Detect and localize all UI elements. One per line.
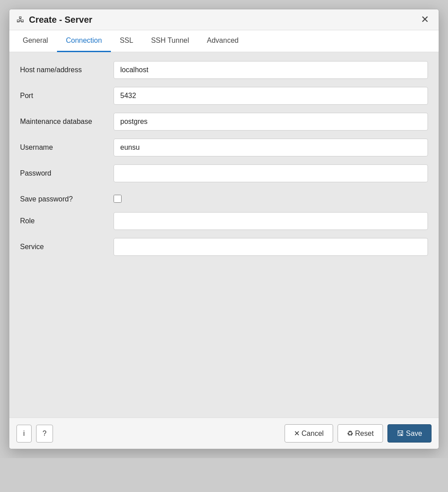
footer-left: i ? <box>16 425 53 443</box>
maintenance-db-input[interactable] <box>114 113 428 131</box>
tab-advanced[interactable]: Advanced <box>198 30 248 52</box>
username-row: Username <box>20 139 428 156</box>
save-button[interactable]: 🖫 Save <box>387 424 432 443</box>
username-label: Username <box>20 139 114 152</box>
dialog-footer: i ? ✕ Cancel ♻ Reset 🖫 Save <box>9 418 439 449</box>
username-input[interactable] <box>114 139 428 156</box>
create-server-dialog: 🖧 Create - Server ✕ General Connection S… <box>9 9 439 449</box>
role-input[interactable] <box>114 212 428 230</box>
save-password-checkbox[interactable] <box>114 195 122 203</box>
dialog-title: Create - Server <box>29 15 92 25</box>
host-label: Host name/address <box>20 61 114 75</box>
save-password-label: Save password? <box>20 190 114 204</box>
maintenance-db-row: Maintenance database <box>20 113 428 131</box>
password-input[interactable] <box>114 164 428 182</box>
service-input[interactable] <box>114 238 428 256</box>
tab-bar: General Connection SSL SSH Tunnel Advanc… <box>9 30 439 52</box>
close-button[interactable]: ✕ <box>418 14 432 25</box>
reset-button[interactable]: ♻ Reset <box>338 424 383 443</box>
tab-general[interactable]: General <box>14 30 57 52</box>
service-label: Service <box>20 238 114 252</box>
server-icon: 🖧 <box>16 15 24 25</box>
dialog-header: 🖧 Create - Server ✕ <box>9 9 439 30</box>
form-body: Host name/address Port Maintenance datab… <box>9 52 439 418</box>
service-row: Service <box>20 238 428 256</box>
port-input[interactable] <box>114 87 428 105</box>
role-row: Role <box>20 212 428 230</box>
maintenance-db-label: Maintenance database <box>20 113 114 127</box>
password-label: Password <box>20 164 114 178</box>
info-button[interactable]: i <box>16 425 32 443</box>
tab-ssh-tunnel[interactable]: SSH Tunnel <box>142 30 198 52</box>
save-password-row: Save password? <box>20 190 428 204</box>
role-label: Role <box>20 212 114 226</box>
dialog-title-area: 🖧 Create - Server <box>16 15 92 25</box>
host-input[interactable] <box>114 61 428 79</box>
tab-ssl[interactable]: SSL <box>111 30 142 52</box>
tab-connection[interactable]: Connection <box>57 30 111 52</box>
host-row: Host name/address <box>20 61 428 79</box>
port-row: Port <box>20 87 428 105</box>
help-button[interactable]: ? <box>36 425 53 443</box>
port-label: Port <box>20 87 114 101</box>
password-row: Password <box>20 164 428 182</box>
cancel-button[interactable]: ✕ Cancel <box>285 424 333 443</box>
footer-right: ✕ Cancel ♻ Reset 🖫 Save <box>285 424 432 443</box>
